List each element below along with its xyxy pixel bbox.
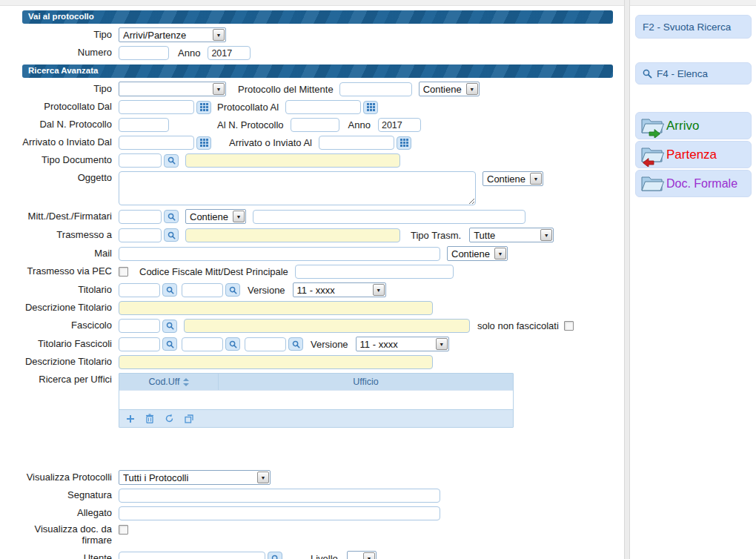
- calendar-icon[interactable]: [363, 101, 378, 114]
- search-icon[interactable]: [225, 283, 240, 297]
- search-icon[interactable]: [162, 283, 177, 297]
- codice-fiscale-input[interactable]: [295, 265, 454, 279]
- oggetto-label: Oggetto: [22, 171, 119, 184]
- calendar-icon[interactable]: [397, 136, 411, 150]
- utente-input[interactable]: [119, 552, 265, 559]
- livello-select[interactable]: ▼: [347, 551, 377, 559]
- titolario-code1-input[interactable]: [119, 283, 160, 297]
- mail-label: Mail: [22, 248, 119, 259]
- tipo-label: Tipo: [22, 30, 119, 41]
- tipo-ricerca-select[interactable]: ▼: [119, 82, 226, 96]
- contiene-mail-select[interactable]: Contiene ▼: [447, 246, 508, 261]
- arrivato-al-input[interactable]: [319, 136, 394, 150]
- top-strip: [0, 0, 756, 6]
- numero-input[interactable]: [119, 46, 169, 60]
- copy-icon[interactable]: [185, 414, 193, 423]
- add-icon[interactable]: [126, 414, 135, 423]
- partenza-button[interactable]: Partenza: [635, 141, 752, 168]
- solo-non-fascicolati-label: solo non fascicolati: [477, 320, 559, 331]
- titolario-fascicoli-code3-input[interactable]: [245, 337, 286, 351]
- fascicolo-desc-input[interactable]: [184, 319, 470, 333]
- fascicolo-code-input[interactable]: [119, 319, 160, 333]
- livello-label: Livello: [311, 553, 338, 559]
- col-cod-uff[interactable]: Cod.Uff: [119, 377, 218, 387]
- uffici-table-empty-row[interactable]: [119, 390, 513, 409]
- visualizza-protocolli-select[interactable]: Tutti i Protocolli ▼: [119, 470, 271, 485]
- chevron-down-icon: ▼: [213, 83, 225, 95]
- tipo-documento-desc-input[interactable]: [185, 153, 400, 168]
- mitt-dest-label: Mitt./Dest./Firmatari: [22, 211, 119, 222]
- chevron-down-icon: ▼: [213, 29, 225, 41]
- segnatura-label: Segnatura: [22, 490, 119, 501]
- search-icon: [643, 69, 652, 79]
- arrivo-button[interactable]: Arrivo: [635, 112, 752, 139]
- visualizza-protocolli-label: Visualizza Protocolli: [22, 472, 119, 483]
- trasmesso-a-desc-input[interactable]: [185, 228, 400, 242]
- delete-icon[interactable]: [145, 414, 154, 423]
- anno-ricerca-input[interactable]: [378, 118, 421, 132]
- uffici-table-toolbar: [119, 409, 513, 427]
- visualizza-doc-checkbox[interactable]: [119, 525, 128, 535]
- arrivato-dal-label: Arrivato o Inviato Dal: [22, 137, 119, 148]
- action-sidebar: F2 - Svuota Ricerca F4 - Elenca Arrivo P…: [632, 6, 756, 559]
- mitt-dest-name-input[interactable]: [253, 210, 525, 224]
- search-icon[interactable]: [162, 337, 177, 351]
- trasmesso-pec-label: Trasmesso via PEC: [22, 266, 119, 277]
- search-icon[interactable]: [164, 154, 179, 168]
- dal-n-protocollo-label: Dal N. Protocollo: [22, 119, 119, 130]
- tipo-documento-label: Tipo Documento: [22, 155, 119, 166]
- protocollato-al-input[interactable]: [285, 100, 361, 114]
- anno-label: Anno: [178, 47, 200, 59]
- oggetto-textarea[interactable]: [119, 171, 476, 205]
- segnatura-input[interactable]: [119, 489, 440, 503]
- sort-icon: [183, 378, 189, 386]
- tipo-documento-input[interactable]: [119, 153, 162, 168]
- protocollato-dal-input[interactable]: [119, 100, 194, 114]
- tipo-vai-select[interactable]: Arrivi/Partenze ▼: [119, 27, 226, 42]
- visualizza-doc-label: Visualizza doc. da firmare: [22, 524, 119, 546]
- folder-arrivo-icon: [639, 114, 666, 138]
- fascicolo-label: Fascicolo: [22, 320, 119, 331]
- contiene-mittente-select[interactable]: Contiene ▼: [419, 82, 480, 96]
- panel-divider[interactable]: [624, 0, 630, 559]
- search-icon[interactable]: [225, 337, 240, 351]
- doc-formale-button[interactable]: Doc. Formale: [635, 170, 752, 197]
- titolario-code2-input[interactable]: [182, 283, 223, 297]
- contiene-oggetto-select[interactable]: Contiene ▼: [483, 171, 543, 186]
- descrizione-titolario-input[interactable]: [119, 301, 433, 315]
- dal-n-protocollo-input[interactable]: [119, 118, 169, 132]
- trasmesso-a-code-input[interactable]: [119, 228, 162, 242]
- protocollo-mittente-input[interactable]: [339, 82, 412, 96]
- mail-input[interactable]: [119, 247, 440, 261]
- search-icon[interactable]: [162, 320, 177, 333]
- tipo-trasm-select[interactable]: Tutte ▼: [469, 228, 554, 242]
- titolario-fascicoli-label: Titolario Fascicoli: [22, 339, 119, 350]
- titolario-fascicoli-code2-input[interactable]: [182, 337, 223, 351]
- solo-non-fascicolati-checkbox[interactable]: [564, 321, 574, 331]
- col-ufficio[interactable]: Ufficio: [218, 374, 513, 390]
- trasmesso-pec-checkbox[interactable]: [119, 267, 128, 277]
- svuota-ricerca-button[interactable]: F2 - Svuota Ricerca: [635, 15, 752, 39]
- contiene-mitt-select[interactable]: Contiene ▼: [185, 209, 246, 224]
- versione-select[interactable]: 11 - xxxx ▼: [293, 282, 386, 297]
- codice-fiscale-label: Codice Fiscale Mitt/Dest Principale: [139, 266, 288, 277]
- chevron-down-icon: ▼: [257, 472, 269, 483]
- calendar-icon[interactable]: [196, 136, 211, 150]
- mitt-dest-code-input[interactable]: [119, 210, 162, 224]
- search-icon[interactable]: [164, 228, 179, 242]
- titolario-fascicoli-code1-input[interactable]: [119, 337, 160, 351]
- descrizione-titolario2-input[interactable]: [119, 355, 433, 369]
- versione2-select[interactable]: 11 - xxxx ▼: [356, 337, 449, 351]
- search-icon[interactable]: [288, 337, 303, 351]
- search-icon[interactable]: [164, 210, 179, 223]
- allegato-input[interactable]: [119, 506, 440, 520]
- chevron-down-icon: ▼: [466, 83, 478, 95]
- refresh-icon[interactable]: [165, 414, 174, 423]
- protocollato-dal-label: Protocollato Dal: [22, 102, 119, 113]
- search-icon[interactable]: [268, 552, 282, 559]
- anno-vai-input[interactable]: [208, 46, 251, 60]
- al-n-protocollo-input[interactable]: [291, 118, 339, 132]
- arrivato-dal-input[interactable]: [119, 136, 194, 150]
- elenca-button[interactable]: F4 - Elenca: [635, 62, 752, 85]
- calendar-icon[interactable]: [196, 101, 211, 114]
